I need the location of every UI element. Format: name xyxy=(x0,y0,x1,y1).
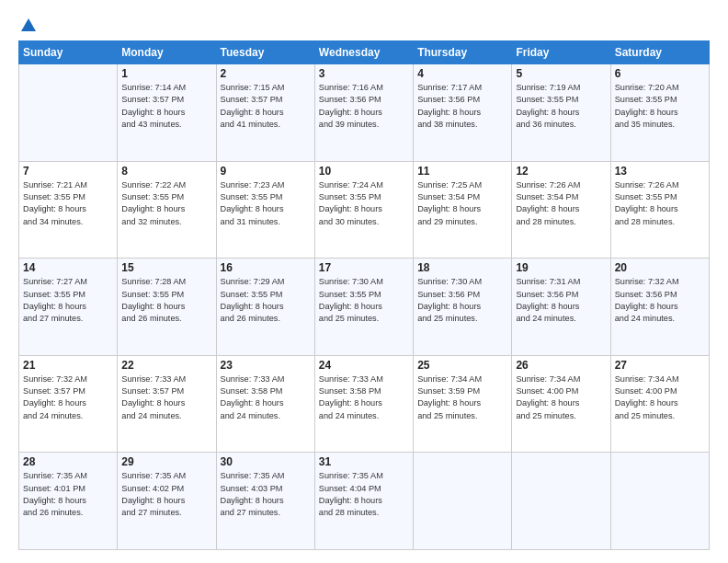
day-number: 11 xyxy=(417,165,507,178)
day-number: 25 xyxy=(417,359,507,372)
day-info: Sunrise: 7:28 AM Sunset: 3:55 PM Dayligh… xyxy=(121,276,211,325)
calendar-cell: 23Sunrise: 7:33 AM Sunset: 3:58 PM Dayli… xyxy=(216,355,314,453)
day-number: 17 xyxy=(319,261,409,274)
day-info: Sunrise: 7:26 AM Sunset: 3:55 PM Dayligh… xyxy=(615,179,705,228)
day-number: 20 xyxy=(615,261,705,274)
day-info: Sunrise: 7:21 AM Sunset: 3:55 PM Dayligh… xyxy=(23,179,113,228)
day-info: Sunrise: 7:23 AM Sunset: 3:55 PM Dayligh… xyxy=(221,179,311,228)
calendar-cell: 22Sunrise: 7:33 AM Sunset: 3:57 PM Dayli… xyxy=(118,355,216,453)
header-day-saturday: Saturday xyxy=(610,41,709,64)
calendar-week-4: 21Sunrise: 7:32 AM Sunset: 3:57 PM Dayli… xyxy=(19,355,710,453)
logo-triangle-icon xyxy=(20,17,37,33)
calendar-page: SundayMondayTuesdayWednesdayThursdayFrid… xyxy=(0,0,728,563)
day-info: Sunrise: 7:25 AM Sunset: 3:54 PM Dayligh… xyxy=(417,179,507,228)
day-number: 2 xyxy=(221,67,311,80)
day-info: Sunrise: 7:34 AM Sunset: 3:59 PM Dayligh… xyxy=(417,373,507,422)
day-info: Sunrise: 7:35 AM Sunset: 4:03 PM Dayligh… xyxy=(221,470,311,519)
calendar-cell: 14Sunrise: 7:27 AM Sunset: 3:55 PM Dayli… xyxy=(19,259,118,356)
calendar-header: SundayMondayTuesdayWednesdayThursdayFrid… xyxy=(19,41,710,64)
header-day-monday: Monday xyxy=(118,41,216,64)
calendar-cell: 1Sunrise: 7:14 AM Sunset: 3:57 PM Daylig… xyxy=(118,64,216,162)
day-info: Sunrise: 7:35 AM Sunset: 4:02 PM Dayligh… xyxy=(121,470,211,519)
day-number: 21 xyxy=(23,359,113,372)
day-info: Sunrise: 7:33 AM Sunset: 3:57 PM Dayligh… xyxy=(121,373,211,422)
calendar-cell: 26Sunrise: 7:34 AM Sunset: 4:00 PM Dayli… xyxy=(512,355,610,453)
header-day-wednesday: Wednesday xyxy=(314,41,413,64)
day-number: 7 xyxy=(23,165,113,178)
day-number: 6 xyxy=(615,67,705,80)
logo xyxy=(18,17,37,31)
calendar-cell: 18Sunrise: 7:30 AM Sunset: 3:56 PM Dayli… xyxy=(414,259,512,356)
calendar-cell: 10Sunrise: 7:24 AM Sunset: 3:55 PM Dayli… xyxy=(314,161,413,259)
calendar-cell: 16Sunrise: 7:29 AM Sunset: 3:55 PM Dayli… xyxy=(216,259,314,356)
day-number: 29 xyxy=(121,455,211,468)
calendar-week-3: 14Sunrise: 7:27 AM Sunset: 3:55 PM Dayli… xyxy=(19,259,710,356)
day-info: Sunrise: 7:33 AM Sunset: 3:58 PM Dayligh… xyxy=(221,373,311,422)
calendar-cell xyxy=(414,453,512,550)
svg-marker-0 xyxy=(21,18,36,31)
day-number: 1 xyxy=(121,67,211,80)
day-info: Sunrise: 7:30 AM Sunset: 3:55 PM Dayligh… xyxy=(319,276,409,325)
day-number: 9 xyxy=(221,165,311,178)
day-info: Sunrise: 7:26 AM Sunset: 3:54 PM Dayligh… xyxy=(516,179,606,228)
header-day-sunday: Sunday xyxy=(19,41,118,64)
day-info: Sunrise: 7:34 AM Sunset: 4:00 PM Dayligh… xyxy=(615,373,705,422)
day-number: 5 xyxy=(516,67,606,80)
header-day-thursday: Thursday xyxy=(414,41,512,64)
header-row: SundayMondayTuesdayWednesdayThursdayFrid… xyxy=(19,41,710,64)
day-number: 12 xyxy=(516,165,606,178)
day-info: Sunrise: 7:16 AM Sunset: 3:56 PM Dayligh… xyxy=(319,82,409,131)
calendar-cell: 8Sunrise: 7:22 AM Sunset: 3:55 PM Daylig… xyxy=(118,161,216,259)
calendar-cell: 19Sunrise: 7:31 AM Sunset: 3:56 PM Dayli… xyxy=(512,259,610,356)
day-info: Sunrise: 7:35 AM Sunset: 4:01 PM Dayligh… xyxy=(23,470,113,519)
day-info: Sunrise: 7:32 AM Sunset: 3:56 PM Dayligh… xyxy=(615,276,705,325)
day-number: 27 xyxy=(615,359,705,372)
calendar-cell: 4Sunrise: 7:17 AM Sunset: 3:56 PM Daylig… xyxy=(414,64,512,162)
calendar-cell: 25Sunrise: 7:34 AM Sunset: 3:59 PM Dayli… xyxy=(414,355,512,453)
header-day-tuesday: Tuesday xyxy=(216,41,314,64)
calendar-week-2: 7Sunrise: 7:21 AM Sunset: 3:55 PM Daylig… xyxy=(19,161,710,259)
calendar-cell: 30Sunrise: 7:35 AM Sunset: 4:03 PM Dayli… xyxy=(216,453,314,550)
calendar-cell xyxy=(512,453,610,550)
calendar-cell: 28Sunrise: 7:35 AM Sunset: 4:01 PM Dayli… xyxy=(19,453,118,550)
calendar-cell: 2Sunrise: 7:15 AM Sunset: 3:57 PM Daylig… xyxy=(216,64,314,162)
day-info: Sunrise: 7:33 AM Sunset: 3:58 PM Dayligh… xyxy=(319,373,409,422)
day-info: Sunrise: 7:15 AM Sunset: 3:57 PM Dayligh… xyxy=(221,82,311,131)
calendar-cell: 17Sunrise: 7:30 AM Sunset: 3:55 PM Dayli… xyxy=(314,259,413,356)
calendar-cell xyxy=(19,64,118,162)
calendar-cell: 29Sunrise: 7:35 AM Sunset: 4:02 PM Dayli… xyxy=(118,453,216,550)
calendar-cell: 27Sunrise: 7:34 AM Sunset: 4:00 PM Dayli… xyxy=(610,355,709,453)
header-day-friday: Friday xyxy=(512,41,610,64)
calendar-cell: 7Sunrise: 7:21 AM Sunset: 3:55 PM Daylig… xyxy=(19,161,118,259)
day-info: Sunrise: 7:22 AM Sunset: 3:55 PM Dayligh… xyxy=(121,179,211,228)
day-number: 8 xyxy=(121,165,211,178)
day-info: Sunrise: 7:32 AM Sunset: 3:57 PM Dayligh… xyxy=(23,373,113,422)
calendar-cell: 12Sunrise: 7:26 AM Sunset: 3:54 PM Dayli… xyxy=(512,161,610,259)
calendar-cell: 20Sunrise: 7:32 AM Sunset: 3:56 PM Dayli… xyxy=(610,259,709,356)
day-number: 31 xyxy=(319,455,409,468)
day-number: 13 xyxy=(615,165,705,178)
day-number: 30 xyxy=(221,455,311,468)
calendar-cell: 13Sunrise: 7:26 AM Sunset: 3:55 PM Dayli… xyxy=(610,161,709,259)
calendar-cell: 11Sunrise: 7:25 AM Sunset: 3:54 PM Dayli… xyxy=(414,161,512,259)
header xyxy=(18,17,710,31)
day-number: 15 xyxy=(121,261,211,274)
day-info: Sunrise: 7:24 AM Sunset: 3:55 PM Dayligh… xyxy=(319,179,409,228)
day-info: Sunrise: 7:30 AM Sunset: 3:56 PM Dayligh… xyxy=(417,276,507,325)
calendar-cell xyxy=(610,453,709,550)
day-info: Sunrise: 7:29 AM Sunset: 3:55 PM Dayligh… xyxy=(221,276,311,325)
day-number: 23 xyxy=(221,359,311,372)
day-info: Sunrise: 7:31 AM Sunset: 3:56 PM Dayligh… xyxy=(516,276,606,325)
day-number: 10 xyxy=(319,165,409,178)
calendar-cell: 21Sunrise: 7:32 AM Sunset: 3:57 PM Dayli… xyxy=(19,355,118,453)
day-number: 22 xyxy=(121,359,211,372)
day-number: 4 xyxy=(417,67,507,80)
calendar-week-1: 1Sunrise: 7:14 AM Sunset: 3:57 PM Daylig… xyxy=(19,64,710,162)
day-number: 3 xyxy=(319,67,409,80)
day-number: 26 xyxy=(516,359,606,372)
day-number: 18 xyxy=(417,261,507,274)
day-number: 19 xyxy=(516,261,606,274)
day-info: Sunrise: 7:20 AM Sunset: 3:55 PM Dayligh… xyxy=(615,82,705,131)
day-number: 28 xyxy=(23,455,113,468)
day-info: Sunrise: 7:14 AM Sunset: 3:57 PM Dayligh… xyxy=(121,82,211,131)
